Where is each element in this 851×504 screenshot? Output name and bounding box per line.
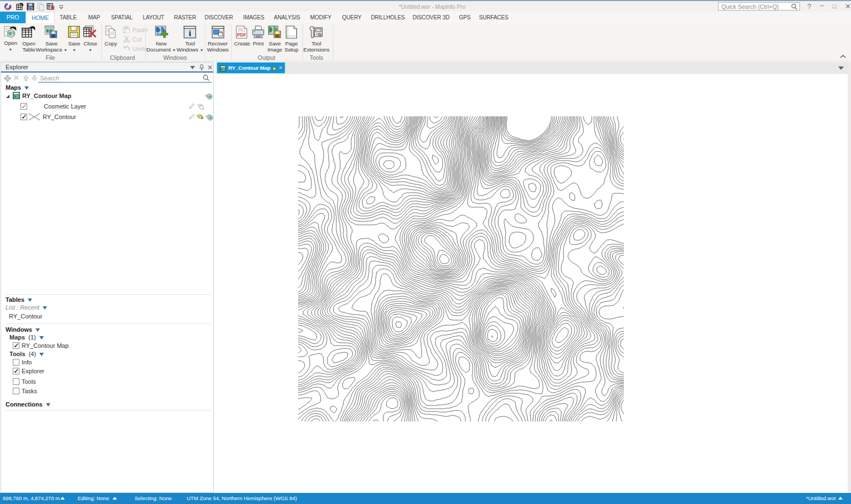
svg-text:PDF: PDF [237, 32, 247, 38]
svg-text:i: i [189, 29, 191, 38]
